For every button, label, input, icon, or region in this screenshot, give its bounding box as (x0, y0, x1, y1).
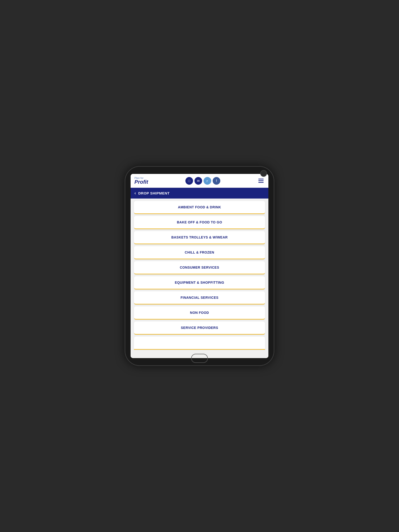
menu-item-bake-off-food-to-go[interactable]: BAKE OFF & FOOD TO GO (134, 216, 265, 229)
partial-menu-item[interactable] (134, 336, 265, 350)
hamburger-line-3 (258, 182, 264, 183)
menu-item-non-food[interactable]: NON FOOD (134, 306, 265, 320)
hamburger-line-2 (258, 180, 264, 181)
menu-item-service-providers[interactable]: SERVICE PROVIDERS (134, 322, 265, 335)
menu-item-baskets-trolleys-wwear[interactable]: BASKETS TROLLEYS & W/WEAR (134, 231, 265, 244)
header-icons: □ ✉ 𝕣 f (185, 177, 220, 185)
hamburger-line-1 (258, 179, 264, 179)
app-header: Plan for Profit □ ✉ 𝕣 f (131, 174, 268, 188)
device-frame: Plan for Profit □ ✉ 𝕣 f ‹ DROP SHIPMENT (125, 167, 274, 365)
device-camera (260, 170, 267, 177)
menu-item-chill-frozen[interactable]: CHILL & FROZEN (134, 246, 265, 259)
nav-title: DROP SHIPMENT (138, 191, 170, 195)
menu-list: AMBIENT FOOD & DRINKBAKE OFF & FOOD TO G… (134, 201, 265, 335)
menu-item-ambient-food-drink[interactable]: AMBIENT FOOD & DRINK (134, 201, 265, 214)
phone-icon[interactable]: □ (185, 177, 193, 185)
hamburger-menu-button[interactable] (257, 178, 265, 184)
content-area: AMBIENT FOOD & DRINKBAKE OFF & FOOD TO G… (131, 199, 268, 358)
twitter-icon[interactable]: 𝕣 (203, 177, 211, 185)
menu-item-equipment-shopfitting[interactable]: EQUIPMENT & SHOPFITTING (134, 276, 265, 289)
nav-bar: ‹ DROP SHIPMENT (131, 188, 268, 199)
device-screen: Plan for Profit □ ✉ 𝕣 f ‹ DROP SHIPMENT (131, 174, 268, 358)
logo: Plan for Profit (134, 177, 148, 185)
mail-icon[interactable]: ✉ (195, 177, 202, 185)
menu-item-consumer-services[interactable]: CONSUMER SERVICES (134, 261, 265, 274)
back-arrow-icon[interactable]: ‹ (134, 191, 136, 196)
menu-item-financial-services[interactable]: FINANCIAL SERVICES (134, 291, 265, 304)
home-button[interactable] (191, 354, 208, 363)
facebook-icon[interactable]: f (213, 177, 220, 185)
logo-profit: Profit (134, 179, 148, 185)
